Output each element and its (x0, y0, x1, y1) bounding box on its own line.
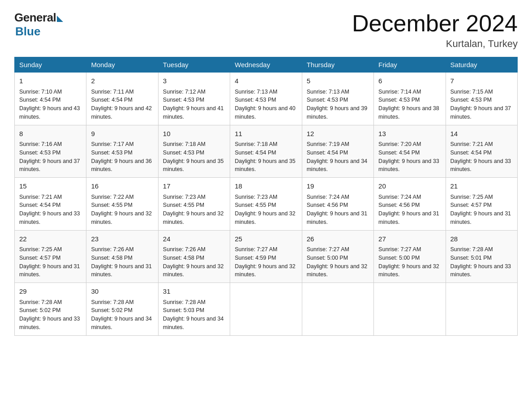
day-info: Sunrise: 7:24 AMSunset: 4:56 PMDaylight:… (307, 194, 368, 225)
day-info: Sunrise: 7:21 AMSunset: 4:54 PMDaylight:… (19, 194, 80, 225)
calendar-cell: 31 Sunrise: 7:28 AMSunset: 5:03 PMDaylig… (158, 283, 230, 336)
logo-general-text: General (14, 11, 56, 25)
calendar-cell: 18 Sunrise: 7:23 AMSunset: 4:55 PMDaylig… (230, 178, 302, 231)
page-header: General Blue December 2024 Kurtalan, Tur… (14, 11, 518, 50)
day-number: 26 (307, 234, 369, 244)
calendar-cell: 2 Sunrise: 7:11 AMSunset: 4:54 PMDayligh… (86, 73, 158, 125)
calendar-cell: 12 Sunrise: 7:19 AMSunset: 4:54 PMDaylig… (302, 125, 373, 178)
day-info: Sunrise: 7:28 AMSunset: 5:01 PMDaylight:… (450, 246, 511, 278)
day-number: 17 (163, 181, 225, 192)
calendar-cell: 26 Sunrise: 7:27 AMSunset: 5:00 PMDaylig… (302, 230, 373, 283)
calendar-cell: 10 Sunrise: 7:18 AMSunset: 4:53 PMDaylig… (158, 125, 230, 178)
calendar-cell (230, 283, 302, 336)
calendar-cell: 14 Sunrise: 7:21 AMSunset: 4:54 PMDaylig… (446, 125, 517, 178)
day-number: 6 (378, 76, 441, 86)
day-number: 5 (307, 76, 369, 86)
calendar-cell (302, 283, 373, 336)
location-title: Kurtalan, Turkey (352, 38, 518, 50)
day-number: 16 (91, 181, 153, 192)
calendar-cell: 27 Sunrise: 7:27 AMSunset: 5:00 PMDaylig… (374, 230, 446, 283)
weekday-header-monday: Monday (86, 57, 158, 73)
calendar-cell (374, 283, 446, 336)
weekday-header-sunday: Sunday (15, 57, 86, 73)
weekday-header-saturday: Saturday (446, 57, 517, 73)
calendar-cell (446, 283, 517, 336)
day-info: Sunrise: 7:27 AMSunset: 5:00 PMDaylight:… (307, 246, 368, 278)
day-info: Sunrise: 7:17 AMSunset: 4:53 PMDaylight:… (91, 141, 152, 172)
day-info: Sunrise: 7:18 AMSunset: 4:54 PMDaylight:… (235, 141, 296, 172)
day-info: Sunrise: 7:14 AMSunset: 4:53 PMDaylight:… (378, 89, 439, 120)
day-number: 23 (91, 234, 153, 244)
weekday-header-wednesday: Wednesday (230, 57, 302, 73)
calendar-cell: 28 Sunrise: 7:28 AMSunset: 5:01 PMDaylig… (446, 230, 517, 283)
calendar-cell: 29 Sunrise: 7:28 AMSunset: 5:02 PMDaylig… (15, 283, 86, 336)
day-number: 15 (19, 181, 82, 192)
calendar-week-3: 15 Sunrise: 7:21 AMSunset: 4:54 PMDaylig… (15, 178, 518, 231)
day-info: Sunrise: 7:18 AMSunset: 4:53 PMDaylight:… (163, 141, 224, 172)
calendar-cell: 5 Sunrise: 7:13 AMSunset: 4:53 PMDayligh… (302, 73, 373, 125)
calendar-cell: 11 Sunrise: 7:18 AMSunset: 4:54 PMDaylig… (230, 125, 302, 178)
day-info: Sunrise: 7:23 AMSunset: 4:55 PMDaylight:… (235, 194, 296, 225)
day-number: 8 (19, 129, 82, 139)
day-info: Sunrise: 7:24 AMSunset: 4:56 PMDaylight:… (378, 194, 439, 225)
day-number: 30 (91, 287, 153, 297)
calendar-week-1: 1 Sunrise: 7:10 AMSunset: 4:54 PMDayligh… (15, 73, 518, 125)
calendar-cell: 1 Sunrise: 7:10 AMSunset: 4:54 PMDayligh… (15, 73, 86, 125)
day-info: Sunrise: 7:13 AMSunset: 4:53 PMDaylight:… (235, 89, 296, 120)
day-info: Sunrise: 7:13 AMSunset: 4:53 PMDaylight:… (307, 89, 368, 120)
day-number: 3 (163, 76, 225, 86)
calendar-week-4: 22 Sunrise: 7:25 AMSunset: 4:57 PMDaylig… (15, 230, 518, 283)
day-number: 20 (378, 181, 441, 192)
calendar-cell: 22 Sunrise: 7:25 AMSunset: 4:57 PMDaylig… (15, 230, 86, 283)
day-info: Sunrise: 7:23 AMSunset: 4:55 PMDaylight:… (163, 194, 224, 225)
day-info: Sunrise: 7:26 AMSunset: 4:58 PMDaylight:… (163, 246, 224, 278)
calendar-week-2: 8 Sunrise: 7:16 AMSunset: 4:53 PMDayligh… (15, 125, 518, 178)
calendar-cell: 8 Sunrise: 7:16 AMSunset: 4:53 PMDayligh… (15, 125, 86, 178)
logo: General Blue (14, 11, 63, 39)
day-number: 12 (307, 129, 369, 139)
day-number: 24 (163, 234, 225, 244)
day-number: 27 (378, 234, 441, 244)
calendar-cell: 23 Sunrise: 7:26 AMSunset: 4:58 PMDaylig… (86, 230, 158, 283)
calendar-cell: 21 Sunrise: 7:25 AMSunset: 4:57 PMDaylig… (446, 178, 517, 231)
day-number: 7 (450, 76, 513, 86)
day-number: 14 (450, 129, 513, 139)
calendar-cell: 17 Sunrise: 7:23 AMSunset: 4:55 PMDaylig… (158, 178, 230, 231)
day-info: Sunrise: 7:15 AMSunset: 4:53 PMDaylight:… (450, 89, 511, 120)
weekday-header-row: SundayMondayTuesdayWednesdayThursdayFrid… (15, 57, 518, 73)
day-number: 28 (450, 234, 513, 244)
day-info: Sunrise: 7:25 AMSunset: 4:57 PMDaylight:… (19, 246, 80, 278)
calendar-cell: 6 Sunrise: 7:14 AMSunset: 4:53 PMDayligh… (374, 73, 446, 125)
day-number: 1 (19, 76, 82, 86)
weekday-header-tuesday: Tuesday (158, 57, 230, 73)
calendar-week-5: 29 Sunrise: 7:28 AMSunset: 5:02 PMDaylig… (15, 283, 518, 336)
day-info: Sunrise: 7:28 AMSunset: 5:02 PMDaylight:… (19, 299, 80, 330)
day-info: Sunrise: 7:27 AMSunset: 5:00 PMDaylight:… (378, 246, 439, 278)
calendar-cell: 19 Sunrise: 7:24 AMSunset: 4:56 PMDaylig… (302, 178, 373, 231)
day-number: 19 (307, 181, 369, 192)
day-number: 4 (235, 76, 297, 86)
day-number: 25 (235, 234, 297, 244)
day-info: Sunrise: 7:28 AMSunset: 5:02 PMDaylight:… (91, 299, 152, 330)
day-number: 21 (450, 181, 513, 192)
calendar-cell: 3 Sunrise: 7:12 AMSunset: 4:53 PMDayligh… (158, 73, 230, 125)
day-info: Sunrise: 7:20 AMSunset: 4:54 PMDaylight:… (378, 141, 439, 172)
calendar-cell: 13 Sunrise: 7:20 AMSunset: 4:54 PMDaylig… (374, 125, 446, 178)
weekday-header-thursday: Thursday (302, 57, 373, 73)
day-number: 13 (378, 129, 441, 139)
day-info: Sunrise: 7:10 AMSunset: 4:54 PMDaylight:… (19, 89, 80, 120)
day-info: Sunrise: 7:12 AMSunset: 4:53 PMDaylight:… (163, 89, 224, 120)
calendar-cell: 9 Sunrise: 7:17 AMSunset: 4:53 PMDayligh… (86, 125, 158, 178)
day-info: Sunrise: 7:28 AMSunset: 5:03 PMDaylight:… (163, 299, 224, 330)
calendar-cell: 7 Sunrise: 7:15 AMSunset: 4:53 PMDayligh… (446, 73, 517, 125)
day-number: 2 (91, 76, 153, 86)
day-info: Sunrise: 7:25 AMSunset: 4:57 PMDaylight:… (450, 194, 511, 225)
logo-blue-text: Blue (15, 25, 40, 39)
day-number: 9 (91, 129, 153, 139)
weekday-header-friday: Friday (374, 57, 446, 73)
day-info: Sunrise: 7:11 AMSunset: 4:54 PMDaylight:… (91, 89, 152, 120)
calendar-table: SundayMondayTuesdayWednesdayThursdayFrid… (14, 57, 518, 336)
day-info: Sunrise: 7:27 AMSunset: 4:59 PMDaylight:… (235, 246, 296, 278)
day-number: 29 (19, 287, 82, 297)
day-number: 10 (163, 129, 225, 139)
